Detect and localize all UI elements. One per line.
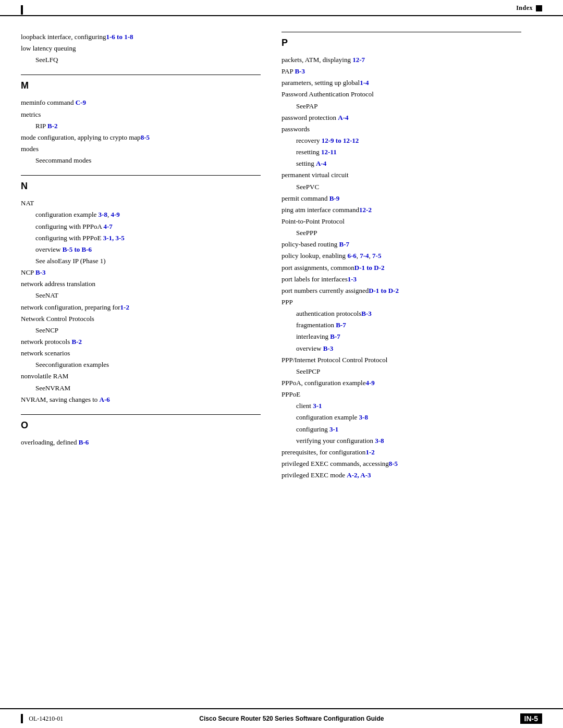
list-item: SeeNAT xyxy=(35,290,261,301)
list-item: network address translation xyxy=(21,279,261,289)
entry-text: network scenarios xyxy=(21,349,70,357)
list-item: PPP xyxy=(282,297,521,307)
entry-link[interactable]: 3-8 xyxy=(375,437,384,445)
section-letter-p: P xyxy=(282,38,521,48)
entry-text: meminfo command xyxy=(21,98,76,106)
entry-text: Point-to-Point Protocol xyxy=(282,217,345,225)
bottom-right: IN-5 xyxy=(520,713,542,724)
entry-link[interactable]: 4-7 xyxy=(103,223,112,230)
entry-text: configuring xyxy=(296,425,329,433)
section-letter-m: M xyxy=(21,80,261,91)
list-item: authentication protocolsB-3 xyxy=(296,309,521,319)
entry-text: configuration example xyxy=(35,211,99,218)
entry-text: client xyxy=(296,402,313,410)
entry-link[interactable]: B-9 xyxy=(329,194,340,202)
entry-link[interactable]: B-2 xyxy=(71,338,82,346)
entry-text: port labels for interfaces xyxy=(282,275,348,283)
entry-text: SeeNVRAM xyxy=(35,384,70,392)
entry-text: parameters, setting up global xyxy=(282,79,360,87)
list-item: NCP B-3 xyxy=(21,267,261,278)
entry-link[interactable]: D-1 to D-2 xyxy=(354,264,385,272)
list-item: PAP B-3 xyxy=(282,66,521,77)
entry-text: SeeNCP xyxy=(35,326,58,334)
entry-link[interactable]: 7-4 xyxy=(360,252,369,260)
entry-link[interactable]: B-2 xyxy=(47,122,58,130)
entry-link[interactable]: B-3 xyxy=(35,268,46,276)
entry-text: low latency queuing xyxy=(21,44,76,52)
entry-text: SeeLFQ xyxy=(35,56,58,64)
entry-link[interactable]: 1-2 xyxy=(120,303,129,311)
entry-link[interactable]: 1-3 xyxy=(348,275,357,283)
list-item: configuring 3-1 xyxy=(296,424,521,435)
list-item: Seecommand modes xyxy=(35,155,261,166)
list-item: privileged EXEC commands, accessing8-5 xyxy=(282,459,521,469)
entry-link[interactable]: 12-9 to 12-12 xyxy=(322,137,359,144)
entry-link[interactable]: 4-9 xyxy=(111,211,119,218)
entry-text: prerequisites, for configuration xyxy=(282,448,365,456)
list-item: SeeIPCP xyxy=(296,366,521,377)
entry-link[interactable]: B-6 xyxy=(79,438,89,446)
entry-text: Password Authentication Protocol xyxy=(282,90,374,98)
list-item: See alsoEasy IP (Phase 1) xyxy=(35,256,261,266)
entry-text: authentication protocols xyxy=(296,310,361,317)
entry-link[interactable]: 12-11 xyxy=(321,148,337,156)
section-letter-n: N xyxy=(21,181,261,192)
entry-link[interactable]: 7-5 xyxy=(372,252,381,260)
list-item: prerequisites, for configuration1-2 xyxy=(282,447,521,458)
list-item: SeePPP xyxy=(296,228,521,238)
list-item: setting A-4 xyxy=(296,158,521,169)
entry-link[interactable]: B-3 xyxy=(361,310,372,317)
entry-link[interactable]: 3-1, 3-5 xyxy=(103,234,125,242)
left-column: loopback interface, configuring1-6 to 1-… xyxy=(21,32,261,482)
list-item: SeeLFQ xyxy=(35,55,261,65)
top-bar: Index xyxy=(0,0,563,16)
entry-link[interactable]: A-4 xyxy=(316,159,326,167)
entry-link[interactable]: C-9 xyxy=(76,98,86,106)
header-square xyxy=(536,5,542,11)
entry-text: SeePAP xyxy=(296,102,317,110)
entry-text: setting xyxy=(296,159,316,167)
entry-link[interactable]: 3-1 xyxy=(329,425,338,433)
entry-link[interactable]: 3-8 xyxy=(359,413,368,421)
entry-link[interactable]: 6-6 xyxy=(347,252,356,260)
entry-text: metrics xyxy=(21,110,41,118)
entry-link[interactable]: 12-7 xyxy=(352,56,365,64)
entry-link[interactable]: A-4 xyxy=(338,114,348,121)
entry-link[interactable]: 1-6 to 1-8 xyxy=(106,33,133,41)
entry-text: recovery xyxy=(296,137,322,144)
entry-text: SeeNAT xyxy=(35,291,58,299)
entry-link[interactable]: 3-8 xyxy=(99,211,107,218)
entry-text: PPPoE xyxy=(282,390,300,398)
list-item: network configuration, preparing for1-2 xyxy=(21,302,261,313)
list-item: network scenarios xyxy=(21,348,261,359)
entry-text: interleaving xyxy=(296,332,330,340)
entry-text: packets, ATM, displaying xyxy=(282,56,352,64)
entry-text: password protection xyxy=(282,114,338,121)
entry-text: ping atm interface command xyxy=(282,206,359,214)
entry-link[interactable]: B-7 xyxy=(330,332,340,340)
entry-link[interactable]: 1-4 xyxy=(360,79,369,87)
list-item: NAT xyxy=(21,198,261,208)
list-item: recovery 12-9 to 12-12 xyxy=(296,135,521,146)
entry-link[interactable]: B-3 xyxy=(323,344,334,352)
entry-link[interactable]: B-3 xyxy=(295,67,305,75)
entry-link[interactable]: D-1 to D-2 xyxy=(369,287,399,294)
entry-link[interactable]: 3-1 xyxy=(313,402,322,410)
entry-text: overview xyxy=(296,344,323,352)
entry-text: SeePVC xyxy=(296,183,319,191)
entry-link[interactable]: 8-5 xyxy=(389,460,398,467)
entry-text: loopback interface, configuring xyxy=(21,33,106,41)
entry-link[interactable]: B-7 xyxy=(339,240,349,248)
entry-link[interactable]: 12-2 xyxy=(359,206,372,214)
list-item: low latency queuing xyxy=(21,43,261,54)
entry-link[interactable]: 1-2 xyxy=(365,448,374,456)
footer-page-number: IN-5 xyxy=(520,713,542,724)
entry-link[interactable]: B-5 to B-6 xyxy=(63,245,92,253)
entry-link[interactable]: 8-5 xyxy=(141,133,150,141)
entry-link[interactable]: A-2, A-3 xyxy=(347,471,371,479)
list-item: policy-based routing B-7 xyxy=(282,239,521,250)
list-item: interleaving B-7 xyxy=(296,331,521,342)
entry-link[interactable]: 4-9 xyxy=(365,379,374,387)
entry-link[interactable]: B-7 xyxy=(336,321,346,329)
entry-link[interactable]: A-6 xyxy=(100,396,110,403)
